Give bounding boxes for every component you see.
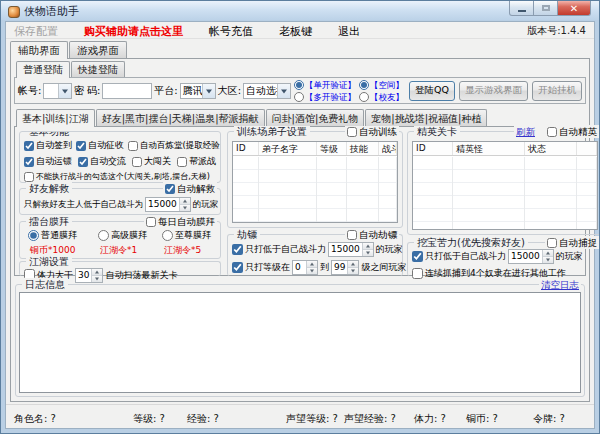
- chevron-down-icon[interactable]: [58, 84, 71, 98]
- rob-power-spinner[interactable]: 15000: [328, 242, 374, 257]
- tab-basic-training-jianghu[interactable]: 基本|训练|江湖: [16, 109, 95, 127]
- menu-save-config[interactable]: 保存配置: [14, 24, 58, 39]
- cb-slave-power-input[interactable]: [412, 251, 423, 262]
- menu-exit[interactable]: 退出: [338, 24, 360, 39]
- spin-up-icon[interactable]: [363, 243, 373, 250]
- spin-up-icon[interactable]: [348, 261, 358, 268]
- menu-account-recharge[interactable]: 帐号充值: [209, 24, 253, 39]
- password-label: 密 码:: [74, 84, 101, 98]
- show-game-button[interactable]: 显示游戏界面: [459, 81, 528, 101]
- spin-down-icon[interactable]: [348, 268, 358, 274]
- tab-assist-ui[interactable]: 辅助界面: [10, 41, 68, 59]
- rob-level-to-spinner[interactable]: 99: [331, 260, 359, 275]
- training-table[interactable]: ID 弟子名字 等级 技能 战斗力: [232, 141, 398, 223]
- cb-auto-escort[interactable]: 自动运镖: [24, 155, 72, 168]
- clear-log-link[interactable]: 清空日志: [541, 278, 579, 291]
- assist-page: 普通登陆 快捷登陆 帐号: 密 码: 平台: 腾讯: [10, 58, 590, 402]
- tab-quick-login[interactable]: 快捷登陆: [71, 61, 125, 77]
- status-fame-level: 声望等级:?: [286, 412, 338, 426]
- feature-page: 基本功能 自动签到 自动征收 自动百炼堂(提取经验) 自动运镖 自动交流 大闯关: [14, 126, 586, 276]
- tab-pet-tower-bless-plant[interactable]: 宠物|挑战塔|祝福值|种植: [365, 109, 487, 126]
- cb-auto-chat[interactable]: 自动交流: [78, 155, 126, 168]
- spin-down-icon[interactable]: [180, 205, 190, 211]
- radio-alumni-input[interactable]: [359, 92, 369, 102]
- login-qq-button[interactable]: 登陆QQ: [409, 81, 455, 101]
- elite-table[interactable]: ID 精英怪 状态: [412, 141, 598, 230]
- maximize-button[interactable]: [533, 1, 558, 16]
- menu-buy-assist[interactable]: 购买辅助请点击这里: [84, 24, 183, 39]
- cb-gang-war[interactable]: 帮派战: [177, 155, 216, 168]
- spin-down-icon[interactable]: [543, 257, 553, 263]
- cb-no-battle-input[interactable]: [24, 172, 34, 182]
- platform-select[interactable]: 腾讯: [180, 83, 216, 99]
- spin-down-icon[interactable]: [307, 268, 317, 274]
- cb-auto-bailian[interactable]: 自动百炼堂(提取经验): [128, 140, 221, 152]
- tab-game-ui[interactable]: 游戏界面: [69, 41, 127, 58]
- radio-alumni[interactable]: 【校友】: [359, 91, 404, 103]
- slave-power-spinner[interactable]: 15000: [508, 249, 554, 264]
- spin-up-icon[interactable]: [307, 261, 317, 268]
- cb-auto-bailian-input[interactable]: [128, 141, 138, 151]
- cb-auto-elite-input[interactable]: [547, 127, 557, 137]
- worship-cost-token1: 江湖令*1: [98, 244, 162, 257]
- cb-big-gate[interactable]: 大闯关: [132, 155, 171, 168]
- radio-qzone[interactable]: 【空间】: [359, 79, 404, 91]
- radio-single-verify[interactable]: 【单开验证】: [294, 79, 356, 91]
- log-output[interactable]: [19, 292, 581, 393]
- cb-auto-collect[interactable]: 自动征收: [76, 139, 124, 152]
- spin-up-icon[interactable]: [92, 269, 102, 276]
- radio-normal-worship[interactable]: 普通膜拜: [28, 229, 98, 242]
- cb-auto-signin-input[interactable]: [24, 141, 34, 151]
- spin-up-icon[interactable]: [543, 250, 553, 257]
- minimize-icon: [518, 10, 526, 12]
- cb-daily-worship-input[interactable]: [146, 217, 156, 227]
- close-button[interactable]: ✕: [557, 1, 591, 16]
- radio-multi-verify[interactable]: 【多开验证】: [294, 91, 356, 103]
- radio-qzone-input[interactable]: [359, 80, 369, 90]
- radio-supreme-worship[interactable]: 至尊膜拜: [162, 229, 222, 242]
- login-tabs: 普通登陆 快捷登陆: [16, 61, 586, 77]
- tab-friend-market-arena[interactable]: 好友|黑市|摆台|天梯|温泉|帮派捐献: [96, 109, 265, 126]
- rescue-power-spinner[interactable]: 15000: [145, 197, 191, 212]
- tab-normal-login[interactable]: 普通登陆: [16, 61, 70, 78]
- cb-no-battle[interactable]: 不能执行战斗的勾选这个(大闯关,刷塔,摆台,天梯): [24, 171, 210, 182]
- radio-advanced-worship-input[interactable]: [98, 230, 109, 241]
- status-level: 等级:?: [133, 412, 165, 426]
- rob-level-from-spinner[interactable]: 0: [292, 260, 318, 275]
- cb-auto-signin[interactable]: 自动签到: [24, 139, 72, 152]
- elite-table-header: ID 精英怪 状态: [413, 142, 597, 156]
- password-field[interactable]: [102, 83, 152, 99]
- chevron-down-icon[interactable]: [277, 84, 290, 98]
- spin-down-icon[interactable]: [92, 276, 102, 282]
- cb-gang-war-input[interactable]: [177, 157, 187, 167]
- cb-big-gate-input[interactable]: [132, 157, 142, 167]
- cb-slave-continuous-input[interactable]: [412, 268, 423, 279]
- spin-down-icon[interactable]: [363, 250, 373, 256]
- radio-normal-worship-input[interactable]: [28, 230, 39, 241]
- cb-auto-training-input[interactable]: [347, 127, 357, 137]
- cb-rob-power-input[interactable]: [232, 244, 243, 255]
- start-hangup-button[interactable]: 开始挂机: [532, 81, 582, 101]
- spin-up-icon[interactable]: [180, 198, 190, 205]
- cb-auto-rob-input[interactable]: [347, 230, 357, 240]
- radio-advanced-worship[interactable]: 高级膜拜: [98, 229, 162, 242]
- chevron-down-icon[interactable]: [202, 84, 215, 98]
- cb-auto-rescue-input[interactable]: [165, 184, 175, 194]
- minimize-button[interactable]: [509, 1, 534, 16]
- stamina-spinner[interactable]: 30: [75, 268, 103, 283]
- account-combobox[interactable]: [43, 83, 71, 99]
- menu-boss-key[interactable]: 老板键: [279, 24, 312, 39]
- radio-single-verify-input[interactable]: [294, 80, 304, 90]
- cb-auto-chat-input[interactable]: [78, 157, 88, 167]
- region-select[interactable]: 自动选择: [243, 83, 291, 99]
- cb-auto-collect-input[interactable]: [76, 141, 86, 151]
- version-label: 版本号:1.4.4: [527, 24, 586, 38]
- cb-auto-escort-input[interactable]: [24, 157, 34, 167]
- cb-rob-level-input[interactable]: [232, 262, 243, 273]
- group-treasure-slave: 挖宝苦力(优先搜索好友) 自动捕捉 只打低于自己战斗力 15000: [407, 242, 600, 276]
- refresh-link[interactable]: 刷新: [516, 125, 535, 138]
- radio-supreme-worship-input[interactable]: [162, 230, 173, 241]
- radio-multi-verify-input[interactable]: [294, 92, 304, 102]
- cb-auto-capture-input[interactable]: [547, 238, 557, 248]
- tab-fortune-tavern-gift[interactable]: 问卦|酒馆|免费礼物: [266, 109, 365, 126]
